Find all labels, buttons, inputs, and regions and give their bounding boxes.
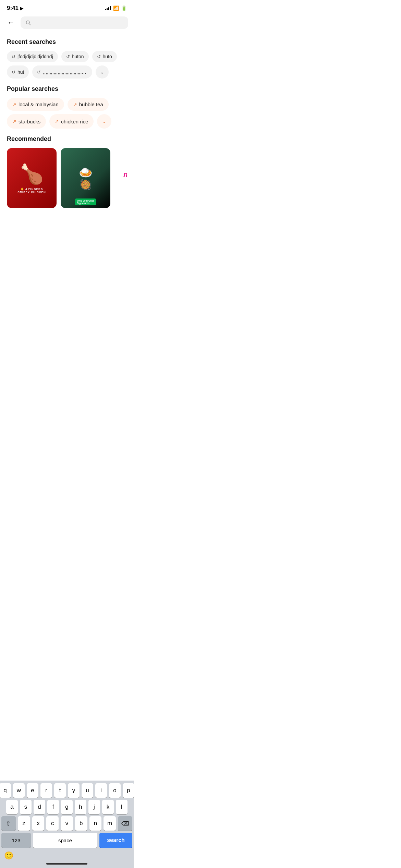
hand-icon: ✋: [21, 188, 24, 191]
4fingers-label: ✋ 4 FINGERSCRISPY CHICKEN: [17, 188, 46, 194]
grab-badge: Only with GrabSignatures: [75, 198, 96, 205]
svg-line-1: [29, 24, 31, 25]
recent-searches-title: Recent searches: [7, 38, 127, 46]
popular-tag-3[interactable]: ↗ chicken rice: [49, 114, 94, 129]
recent-tag-label-0: jfodjdjdjdjdjddndj: [17, 54, 53, 59]
popular-tags-container: ↗ local & malaysian ↗ bubble tea ↗ starb…: [7, 98, 127, 129]
popular-tag-1[interactable]: ↗ bubble tea: [68, 98, 109, 111]
history-icon-4: ↺: [37, 70, 41, 75]
search-header: ←: [0, 14, 134, 33]
popular-tag-0[interactable]: ↗ local & malaysian: [7, 98, 64, 111]
signal-bar-4: [110, 6, 111, 10]
recent-tag-label-1: huton: [72, 54, 84, 59]
trend-icon-3: ↗: [55, 119, 59, 124]
history-icon-3: ↺: [12, 70, 15, 75]
popular-tag-label-2: starbucks: [19, 119, 40, 124]
recent-tag-3[interactable]: ↺ hut: [7, 65, 29, 79]
status-time: 9:41 ▶: [7, 5, 23, 12]
food-emoji: 🍛: [79, 166, 93, 179]
recent-tag-2[interactable]: ↺ huto: [92, 51, 117, 62]
status-bar: 9:41 ▶ 📶 🔋: [0, 0, 134, 14]
popular-expand-button[interactable]: ⌄: [97, 114, 111, 129]
rec-card-malaysia-boleh[interactable]: malaysia Boleh!: [114, 148, 127, 208]
popular-tag-label-0: local & malaysian: [19, 101, 59, 107]
back-arrow-icon: ←: [7, 18, 15, 27]
recent-tag-label-2: huto: [103, 54, 112, 59]
recent-tag-label-4: ,,,,,,,,,,,,,,,,,,,,,,,,,,,,,,,,,,,,,,: [43, 69, 87, 75]
chicken-emoji: 🍗: [17, 163, 46, 185]
trend-icon-2: ↗: [12, 119, 16, 124]
recent-tag-label-3: hut: [17, 69, 24, 75]
back-button[interactable]: ←: [5, 17, 16, 28]
malaysia-text-line2: Boleh!: [123, 179, 127, 186]
recent-tag-4[interactable]: ↺ ,,,,,,,,,,,,,,,,,,,,,,,,,,,,,,,,,,,,,,: [32, 65, 92, 79]
status-icons: 📶 🔋: [105, 5, 127, 11]
main-content: Recent searches ↺ jfodjdjdjdjdjddndj ↺ h…: [0, 33, 134, 214]
search-bar[interactable]: [21, 16, 128, 29]
recommended-title: Recommended: [7, 135, 127, 143]
recent-tag-1[interactable]: ↺ huton: [61, 51, 89, 62]
recommended-cards-row: 🍗 ✋ 4 FINGERSCRISPY CHICKEN 🍛 🥘 Only wit…: [7, 148, 127, 211]
battery-icon: 🔋: [121, 5, 127, 11]
popular-searches-section: Popular searches ↗ local & malaysian ↗ b…: [7, 85, 127, 129]
signal-bar-2: [107, 8, 108, 10]
bowl-emoji: 🥘: [79, 179, 93, 190]
rec-card-4fingers[interactable]: 🍗 ✋ 4 FINGERSCRISPY CHICKEN: [7, 148, 57, 208]
recent-searches-section: Recent searches ↺ jfodjdjdjdjdjddndj ↺ h…: [7, 38, 127, 79]
popular-tag-label-1: bubble tea: [79, 101, 103, 107]
search-icon: [25, 20, 31, 25]
popular-tag-2[interactable]: ↗ starbucks: [7, 114, 46, 129]
location-icon: ▶: [20, 6, 23, 11]
history-icon-2: ↺: [97, 54, 101, 59]
signal-bar-1: [105, 9, 106, 10]
history-icon-0: ↺: [12, 54, 15, 59]
recent-expand-button[interactable]: ⌄: [96, 65, 109, 79]
trend-icon-0: ↗: [12, 102, 16, 107]
signal-bars: [105, 6, 111, 10]
history-icon-1: ↺: [66, 54, 70, 59]
popular-tag-label-3: chicken rice: [61, 119, 88, 124]
wifi-icon: 📶: [113, 5, 119, 11]
signal-bar-3: [108, 7, 109, 10]
trend-icon-1: ↗: [73, 102, 77, 107]
recent-tags-container: ↺ jfodjdjdjdjdjddndj ↺ huton ↺ huto ↺ hu…: [7, 51, 127, 79]
time-text: 9:41: [7, 5, 19, 12]
popular-searches-title: Popular searches: [7, 85, 127, 93]
chevron-down-icon-popular: ⌄: [102, 118, 107, 124]
malaysia-text-line1: malaysia: [123, 170, 127, 179]
chevron-down-icon-recent: ⌄: [100, 69, 104, 75]
recommended-section: Recommended 🍗 ✋ 4 FINGERSCRISPY CHICKEN …: [7, 135, 127, 211]
recent-tag-0[interactable]: ↺ jfodjdjdjdjdjddndj: [7, 51, 58, 62]
rec-card-grab-signatures[interactable]: 🍛 🥘 Only with GrabSignatures: [61, 148, 110, 208]
